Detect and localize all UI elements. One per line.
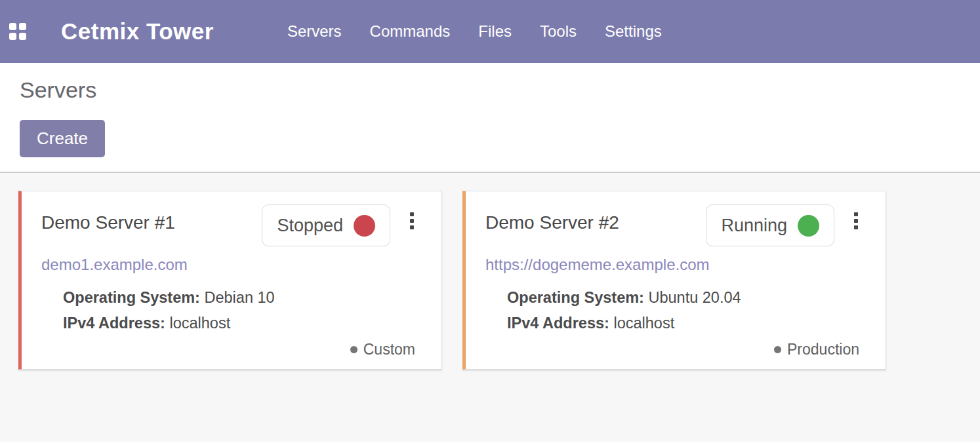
kebab-menu-icon[interactable] bbox=[853, 211, 859, 231]
server-card-header: Demo Server #2 Running bbox=[485, 204, 859, 246]
kebab-dot bbox=[410, 225, 414, 229]
field-label: Operating System: bbox=[507, 289, 644, 306]
apps-grid-square bbox=[9, 33, 16, 40]
server-tag: Custom bbox=[350, 341, 415, 358]
field-ipv4-address: IPv4 Address: localhost bbox=[63, 311, 415, 336]
tag-dot-icon bbox=[350, 346, 357, 353]
field-ipv4-address: IPv4 Address: localhost bbox=[507, 311, 859, 336]
server-name: Demo Server #2 bbox=[485, 212, 706, 233]
app-brand-title[interactable]: Cetmix Tower bbox=[61, 18, 214, 45]
status-dot-icon bbox=[354, 215, 375, 237]
server-card[interactable]: Demo Server #2 Running https://dogememe.… bbox=[462, 191, 886, 370]
server-name: Demo Server #1 bbox=[41, 212, 262, 233]
server-status-badge[interactable]: Stopped bbox=[262, 204, 390, 246]
field-operating-system: Operating System: Ubuntu 20.04 bbox=[507, 285, 859, 311]
field-value: Ubuntu 20.04 bbox=[648, 289, 741, 306]
server-url-link[interactable]: https://dogememe.example.com bbox=[485, 256, 710, 274]
main-menu: Servers Commands Files Tools Settings bbox=[287, 22, 662, 41]
kebab-dot bbox=[854, 225, 858, 229]
servers-kanban: Demo Server #1 Stopped demo1.example.com… bbox=[0, 173, 980, 442]
apps-grid-icon[interactable] bbox=[9, 23, 27, 41]
server-card[interactable]: Demo Server #1 Stopped demo1.example.com… bbox=[18, 191, 442, 370]
server-fields: Operating System: Ubuntu 20.04 IPv4 Addr… bbox=[507, 285, 859, 336]
server-fields: Operating System: Debian 10 IPv4 Address… bbox=[63, 285, 415, 336]
kebab-menu-icon[interactable] bbox=[409, 211, 415, 231]
field-value: Debian 10 bbox=[204, 289, 274, 306]
field-label: Operating System: bbox=[63, 289, 200, 306]
nav-item-servers[interactable]: Servers bbox=[287, 22, 342, 41]
server-tag: Production bbox=[774, 341, 859, 358]
apps-grid-square bbox=[19, 33, 26, 40]
apps-grid-square bbox=[19, 23, 26, 30]
kebab-dot bbox=[854, 219, 858, 223]
field-value: localhost bbox=[169, 315, 230, 332]
create-button[interactable]: Create bbox=[20, 120, 105, 157]
server-status-label: Running bbox=[721, 216, 787, 236]
tag-label: Production bbox=[787, 341, 859, 358]
field-label: IPv4 Address: bbox=[63, 315, 165, 332]
status-dot-icon bbox=[798, 215, 819, 237]
apps-grid-square bbox=[9, 23, 16, 30]
server-status-badge[interactable]: Running bbox=[706, 204, 834, 246]
kebab-dot bbox=[410, 219, 414, 223]
top-navbar: Cetmix Tower Servers Commands Files Tool… bbox=[0, 0, 980, 63]
nav-item-commands[interactable]: Commands bbox=[370, 22, 451, 41]
server-url-link[interactable]: demo1.example.com bbox=[41, 256, 188, 274]
kebab-dot bbox=[854, 212, 858, 216]
tag-label: Custom bbox=[363, 341, 415, 358]
server-card-header: Demo Server #1 Stopped bbox=[41, 204, 415, 246]
page-header: Servers Create bbox=[0, 63, 980, 173]
field-value: localhost bbox=[613, 315, 674, 332]
nav-item-settings[interactable]: Settings bbox=[605, 22, 662, 41]
nav-item-files[interactable]: Files bbox=[478, 22, 512, 41]
field-label: IPv4 Address: bbox=[507, 315, 609, 332]
server-status-label: Stopped bbox=[277, 216, 343, 236]
nav-item-tools[interactable]: Tools bbox=[540, 22, 577, 41]
kebab-dot bbox=[410, 212, 414, 216]
tag-dot-icon bbox=[774, 346, 781, 353]
field-operating-system: Operating System: Debian 10 bbox=[63, 285, 415, 311]
page-title: Servers bbox=[20, 77, 980, 103]
